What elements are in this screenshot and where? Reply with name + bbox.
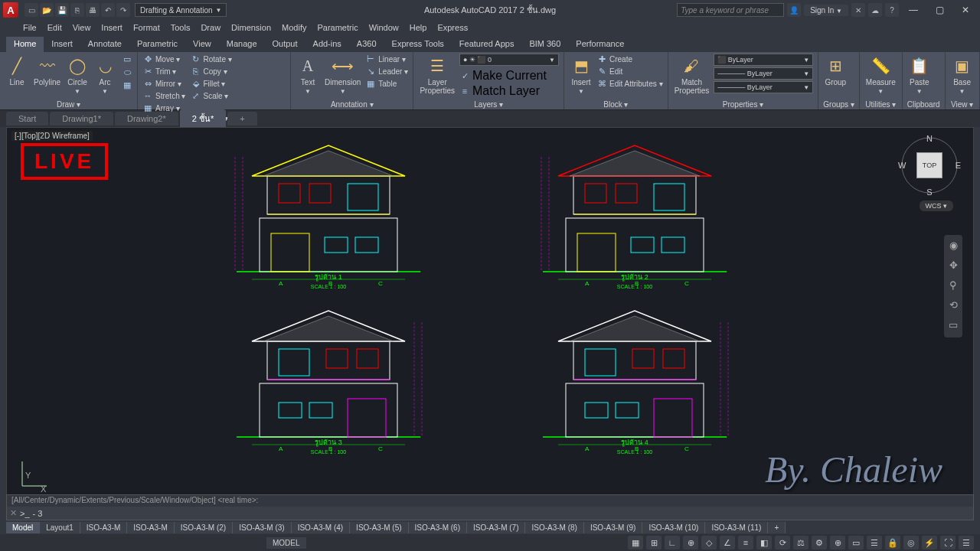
panel-title[interactable]: View ▾ [950,99,975,109]
snap-icon[interactable]: ⊞ [646,536,662,549]
command-line[interactable]: [All/Center/Dynamic/Extents/Previous/Sca… [6,494,974,520]
text-button[interactable]: AText▼ [296,54,320,96]
command-input[interactable]: - 3 [33,509,43,518]
a360-icon[interactable]: ☁ [868,3,882,17]
osnap-icon[interactable]: ◇ [701,536,717,549]
otrack-icon[interactable]: ∠ [720,536,735,549]
menu-edit[interactable]: Edit [47,23,62,32]
ribbon-tab-view[interactable]: View [185,37,219,52]
file-tab[interactable]: Start [6,112,48,126]
measure-button[interactable]: 📏Measure▼ [864,54,897,96]
drawing-canvas[interactable]: [-][Top][2D Wireframe] LIVE TOP N S E W … [6,127,974,504]
layout-tab[interactable]: ISO-A3-M (7) [467,522,525,533]
ribbon-tab-bim-360[interactable]: BIM 360 [521,37,568,52]
layout-tab[interactable]: ISO-A3-M (3) [233,522,291,533]
edit-attrs-button[interactable]: ⌘Edit Attributes ▾ [596,78,663,89]
layout-tab[interactable]: ISO-A3-M (11) [705,522,768,533]
lock-icon[interactable]: 🔒 [885,536,900,549]
rect-icon[interactable]: ▭ [122,54,132,64]
layout-tab[interactable]: ISO-A3-M (6) [409,522,467,533]
help-icon[interactable]: ? [885,3,899,17]
stretch-button[interactable]: ↔Stretch ▾ [142,90,185,101]
edit-block-button[interactable]: ✎Edit [596,66,663,77]
menu-draw[interactable]: Draw [201,23,220,32]
ribbon-tab-insert[interactable]: Insert [44,37,80,52]
units-icon[interactable]: ▭ [848,536,864,549]
menu-parametric[interactable]: Parametric [317,23,358,32]
close-button[interactable]: ✕ [954,2,977,18]
ribbon-tab-featured-apps[interactable]: Featured Apps [452,37,522,52]
match-layer-button[interactable]: ≡Match Layer [459,84,559,98]
menu-insert[interactable]: Insert [101,23,122,32]
insert-button[interactable]: ⬒Insert▼ [569,54,593,96]
isolate-icon[interactable]: ◎ [903,536,919,549]
base-button[interactable]: ▣Base▼ [950,54,975,96]
minimize-button[interactable]: — [902,2,925,18]
new-tab-button[interactable]: + [227,112,256,126]
lineweight-icon[interactable]: ≡ [738,536,753,549]
panel-title[interactable]: Layers ▾ [418,99,559,109]
layout-tab[interactable]: Layout1 [40,522,80,533]
layer-properties-button[interactable]: ☰Layer Properties [418,54,456,96]
line-button[interactable]: ╱Line [5,54,29,88]
signin-button[interactable]: Sign In ▼ [804,5,848,16]
linetype-dropdown[interactable]: ———— ByLayer▼ [714,81,813,93]
wcs-indicator[interactable]: WCS ▾ [920,201,954,211]
ribbon-tab-output[interactable]: Output [265,37,305,52]
file-tab[interactable]: Drawing2* [115,112,178,126]
layout-tab[interactable]: ISO-A3-M [80,522,127,533]
linear-button[interactable]: ⊢Linear ▾ [365,54,408,64]
layout-tab[interactable]: ISO-A3-M (10) [642,522,705,533]
rotate-button[interactable]: ↻Rotate ▾ [191,54,232,64]
navigation-bar[interactable]: ◉ ✥ ⚲ ⟲ ▭ [944,235,962,337]
ribbon-tab-home[interactable]: Home [6,37,44,52]
move-button[interactable]: ✥Move ▾ [142,54,185,64]
ribbon-tab-parametric[interactable]: Parametric [129,37,185,52]
annoscale-icon[interactable]: ⚖ [793,536,808,549]
circle-button[interactable]: ◯Circle▼ [65,54,90,96]
viewcube-e[interactable]: E [956,161,961,170]
workspace-dropdown[interactable]: Drafting & Annotation▼ [135,3,227,17]
menu-file[interactable]: File [23,23,37,32]
ellipse-icon[interactable]: ⬭ [122,67,132,77]
arc-button[interactable]: ◡Arc▼ [93,54,117,96]
panel-title[interactable]: Groups ▾ [823,99,854,109]
infocenter-icon[interactable]: 👤 [787,3,801,17]
make-current-button[interactable]: ✓Make Current [459,69,559,83]
layer-dropdown[interactable]: ● ☀ ⬛ 0▼ [459,54,559,66]
grid-icon[interactable]: ▦ [628,536,643,549]
ribbon-tab-annotate[interactable]: Annotate [80,37,129,52]
viewcube-n[interactable]: N [926,134,933,143]
viewcube-s[interactable]: S [926,187,932,197]
viewport-label[interactable]: [-][Top][2D Wireframe] [11,131,93,141]
layout-tab[interactable]: + [768,522,786,533]
paste-button[interactable]: 📋Paste▼ [907,54,932,96]
menu-view[interactable]: View [73,23,91,32]
ribbon-tab-express-tools[interactable]: Express Tools [384,37,452,52]
qat-new-icon[interactable]: ▭ [24,3,38,17]
qat-saveas-icon[interactable]: ⎘ [70,3,84,17]
layout-tab[interactable]: ISO-A3-M (5) [350,522,408,533]
hardware-icon[interactable]: ⚡ [922,536,937,549]
qat-open-icon[interactable]: 📂 [40,3,54,17]
steering-wheel-icon[interactable]: ◉ [946,240,960,253]
menu-express[interactable]: Express [437,23,468,32]
app-logo[interactable]: A [3,2,18,18]
exchange-icon[interactable]: ✕ [851,3,865,17]
copy-button[interactable]: ⎘Copy ▾ [191,66,232,77]
dimension-button[interactable]: ⟷Dimension▼ [323,54,362,96]
polar-icon[interactable]: ⊕ [683,536,698,549]
create-block-button[interactable]: ✚Create [596,54,663,64]
qat-undo-icon[interactable]: ↶ [101,3,115,17]
ribbon-tab-add-ins[interactable]: Add-ins [305,37,349,52]
fillet-button[interactable]: ⬙Fillet ▾ [191,78,232,89]
menu-dimension[interactable]: Dimension [231,23,271,32]
cleanscreen-icon[interactable]: ⛶ [940,536,956,549]
qat-save-icon[interactable]: 💾 [55,3,69,17]
customize-icon[interactable]: ☰ [959,536,974,549]
trim-button[interactable]: ✂Trim ▾ [142,66,185,77]
panel-title[interactable]: Draw ▾ [5,99,132,109]
qat-redo-icon[interactable]: ↷ [116,3,130,17]
model-indicator[interactable]: MODEL [266,537,306,549]
ribbon-tab-a360[interactable]: A360 [349,37,384,52]
